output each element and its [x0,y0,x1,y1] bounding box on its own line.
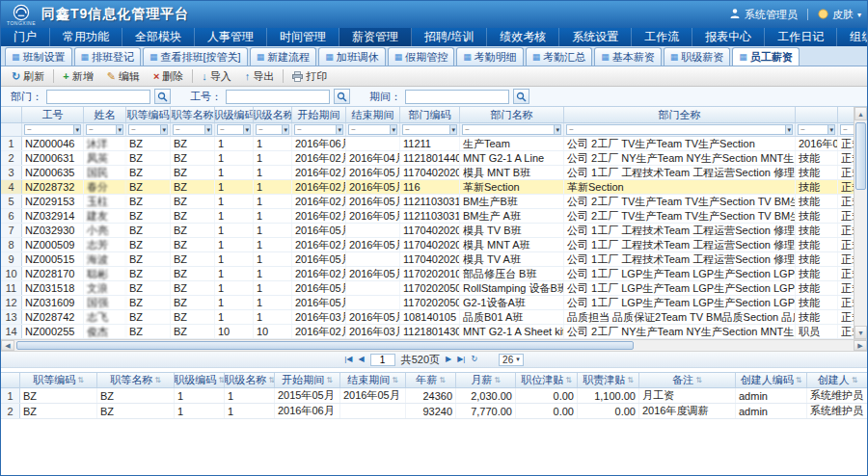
filter-combo[interactable]: ~▾ [173,124,212,135]
table-row[interactable]: 2NZ000631凤英BZBZ112016年02月2016年04月1121801… [1,151,867,166]
table-row[interactable]: 4NZ028732春分BZBZ112016年02月2016年05月116革新Se… [1,180,867,195]
filter-combo[interactable]: ~▾ [402,124,457,135]
table-row[interactable]: 12NZ031609国强BZBZ112016年05月11702020501G2-… [1,296,867,310]
tab-9[interactable]: ▦基本薪资 [594,47,662,66]
tab-10[interactable]: ▦职级薪资 [664,47,731,66]
menu-item-5[interactable]: 时间管理 [267,28,339,46]
scroll-left-icon[interactable]: ◀ [1,340,14,351]
menu-item-8[interactable]: 绩效考核 [487,28,559,46]
menu-item-12[interactable]: 工作日记 [765,28,837,46]
refresh-button[interactable]: ↻刷新 [5,66,51,86]
filter-combo[interactable]: ~▾ [86,124,123,135]
column-header-10[interactable]: 部门名称 [460,107,564,122]
detail-column-header-13[interactable]: 创建人⇅ [807,373,868,387]
filter-combo[interactable]: ~▾ [24,124,81,135]
detail-column-header-8[interactable]: 月薪⇅ [456,373,516,387]
detail-column-header-12[interactable]: 创建人编码⇅ [736,373,807,387]
skin-button[interactable]: 皮肤 [832,8,854,22]
detail-row[interactable]: 1BZBZ112015年05月2016年05月243602,030.000.00… [1,388,867,404]
search-icon[interactable] [334,89,350,104]
scroll-right-icon[interactable]: ▶ [854,340,867,351]
imp-button[interactable]: ↓导入 [195,66,238,86]
tab-2[interactable]: ▦排班登记 [74,47,142,66]
filter-combo[interactable]: ~▾ [348,124,397,135]
table-row[interactable]: 13NZ028742志飞BZBZ112016年03月2016年05月108140… [1,310,867,325]
column-header-8[interactable]: 结束期间 [346,107,400,122]
filter-combo[interactable]: ~▾ [294,124,343,135]
table-row[interactable]: 14NZ000255俊杰BZBZ10102016年02月2016年03月1121… [1,325,867,339]
menu-item-7[interactable]: 招聘/培训 [412,28,487,46]
scroll-up-icon[interactable]: ▲ [854,107,867,120]
column-header-6[interactable]: 职级名称 [254,107,292,122]
table-row[interactable]: 10NZ028170聪彬BZBZ112016年02月2016年05月117020… [1,267,867,281]
edit-button[interactable]: ✎编辑 [100,66,147,86]
detail-column-header-3[interactable]: 职级编码⇅ [175,373,225,387]
print-button[interactable]: 打印 [285,66,334,86]
column-header-9[interactable]: 部门编码 [400,107,460,122]
tab-11[interactable]: ▦员工薪资 [732,47,800,66]
column-header-5[interactable]: 职级编码 [215,107,254,122]
table-row[interactable]: 6NZ032914建友BZBZ112016年02月2016年05月1121103… [1,209,867,224]
detail-column-header-11[interactable]: 备注⇅ [639,373,736,387]
menu-item-6[interactable]: 薪资管理 [339,28,412,46]
menu-item-1[interactable]: 门户 [1,28,50,46]
table-row[interactable]: 9NZ000515海波BZBZ112016年05月11704020203模具 T… [1,252,867,267]
tab-7[interactable]: ▦考勤明细 [456,47,524,66]
add-button[interactable]: +新增 [56,66,99,86]
horizontal-scroll-track[interactable] [14,340,854,351]
tab-8[interactable]: ▦考勤汇总 [526,47,593,66]
detail-column-header-10[interactable]: 职责津贴⇅ [578,373,639,387]
column-header-7[interactable]: 开始期间 [292,107,346,122]
detail-column-header-5[interactable]: 开始期间⇅ [275,373,340,387]
column-header-3[interactable]: 职等编码 [126,107,171,122]
filter-input-1[interactable] [46,90,150,104]
tab-4[interactable]: ▦新建流程 [250,47,317,66]
detail-column-header-4[interactable]: 职级名称⇅ [225,373,275,387]
tab-1[interactable]: ▦班制设置 [5,47,72,66]
table-row[interactable]: 5NZ029153玉柱BZBZ112016年02月2016年05月1121103… [1,195,867,209]
filter-input-3[interactable] [405,90,509,104]
prev-page-button[interactable]: ◀ [358,356,364,363]
horizontal-scroll-thumb[interactable] [16,341,634,350]
column-header-4[interactable]: 职等名称 [171,107,215,122]
del-button[interactable]: ×删除 [147,66,190,86]
vertical-scroll-thumb[interactable] [855,122,866,190]
column-header-1[interactable]: 工号 [22,107,84,122]
table-row[interactable]: 11NZ031518文浪BZBZ112016年05月11702020504Rol… [1,281,867,296]
scroll-down-icon[interactable]: ▼ [854,326,867,339]
column-header-11[interactable]: 部门全称 [564,107,796,122]
next-page-button[interactable]: ▶ [446,356,451,363]
table-row[interactable]: 7NZ032930小亮BZBZ112016年05月11704020206模具 T… [1,224,867,238]
menu-item-11[interactable]: 报表中心 [692,28,765,46]
detail-column-header-2[interactable]: 职等名称⇅ [97,373,175,387]
filter-combo[interactable]: ~▾ [566,124,793,135]
menu-item-2[interactable]: 常用功能 [50,28,122,46]
filter-combo[interactable]: ~▾ [256,124,289,135]
reload-icon[interactable]: ↻ [471,356,477,363]
vertical-scroll-track[interactable] [854,120,867,326]
detail-column-header-6[interactable]: 结束期间⇅ [340,373,406,387]
menu-item-10[interactable]: 工作流 [632,28,692,46]
current-user-label[interactable]: 系统管理员 [745,8,798,22]
horizontal-scrollbar[interactable]: ◀ ▶ [1,339,867,352]
menu-item-4[interactable]: 人事管理 [195,28,267,46]
search-icon[interactable] [513,89,529,104]
page-number-input[interactable] [370,354,395,366]
menu-item-13[interactable]: 组织管理 [837,28,868,46]
filter-combo[interactable]: ~▾ [462,124,561,135]
detail-column-header-7[interactable]: 年薪⇅ [406,373,456,387]
filter-combo[interactable]: ~▾ [798,124,835,135]
filter-input-2[interactable] [226,90,330,104]
column-header-2[interactable]: 姓名 [84,107,126,122]
table-row[interactable]: 3NZ000635国民BZBZ112016年02月2016年05月1170402… [1,166,867,180]
vertical-scrollbar[interactable]: ▲ ▼ [854,107,867,339]
tab-6[interactable]: ▦假期管控 [388,47,455,66]
page-size-select[interactable]: 26 ▾ [499,354,524,366]
tab-5[interactable]: ▦加班调休 [318,47,386,66]
menu-item-9[interactable]: 系统设置 [559,28,632,46]
filter-combo[interactable]: ~▾ [128,124,168,135]
table-row[interactable]: 1NZ000046沐洋BZBZ112016年06月11211生产Team公司 2… [1,137,867,151]
detail-column-header-9[interactable]: 职位津贴⇅ [516,373,578,387]
first-page-button[interactable]: |◀ [344,356,352,363]
table-row[interactable]: 8NZ000509志芳BZBZ112016年02月2016年05月1170402… [1,238,867,252]
